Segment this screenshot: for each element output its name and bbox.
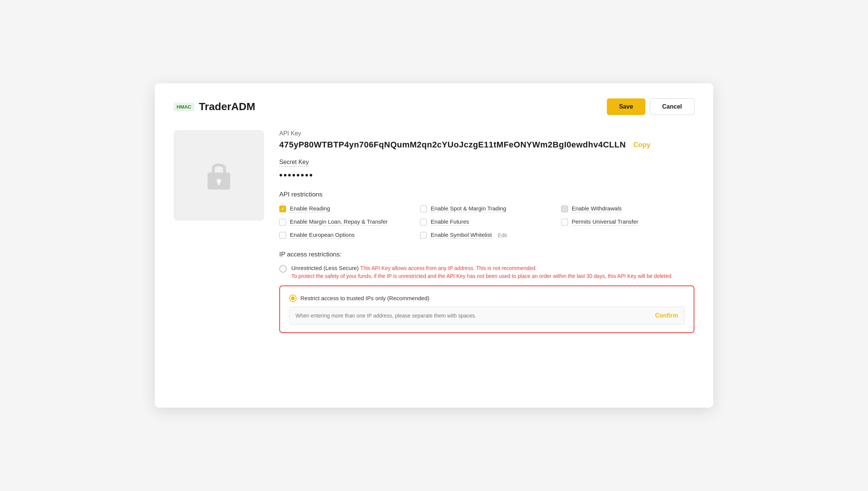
checkbox-label-enable-spot-margin[interactable]: Enable Spot & Margin Trading: [431, 205, 506, 212]
unrestricted-text: Unrestricted (Less Secure) This API Key …: [291, 264, 694, 280]
trusted-radio[interactable]: [289, 295, 297, 302]
header-actions: Save Cancel: [607, 98, 694, 115]
trusted-ip-box: Restrict access to trusted IPs only (Rec…: [279, 285, 694, 333]
cancel-button[interactable]: Cancel: [650, 98, 694, 115]
checkbox-label-enable-european[interactable]: Enable European Options: [290, 232, 355, 239]
ip-section-title: IP access restrictions:: [279, 251, 694, 258]
checkbox-item-enable-margin-loan: Enable Margin Loan, Repay & Transfer: [279, 218, 412, 226]
checkbox-enable-spot-margin[interactable]: [420, 206, 427, 212]
secret-key-label: Secret Key: [279, 159, 309, 167]
checkbox-item-enable-withdrawals: Enable Withdrawals: [561, 205, 694, 212]
unrestricted-warning: To protect the safety of your funds, if …: [291, 272, 694, 280]
modal-container: HMAC TraderADM Save Cancel API Key 475yP: [155, 83, 713, 408]
checkbox-label-enable-margin-loan[interactable]: Enable Margin Loan, Repay & Transfer: [290, 218, 388, 226]
ip-input[interactable]: [295, 313, 655, 319]
checkbox-label-enable-withdrawals[interactable]: Enable Withdrawals: [572, 205, 622, 212]
api-key-value: 475yP80WTBTP4yn706FqNQumM2qn2cYUoJczgE11…: [279, 140, 626, 150]
confirm-button[interactable]: Confirm: [655, 312, 678, 319]
header: HMAC TraderADM Save Cancel: [174, 98, 694, 115]
unrestricted-label: Unrestricted (Less Secure) This API Key …: [291, 264, 694, 272]
checkbox-item-permits-universal: Permits Universal Transfer: [561, 218, 694, 226]
ip-input-row: Confirm: [289, 307, 685, 325]
restrictions-grid: Enable ReadingEnable Spot & Margin Tradi…: [279, 205, 694, 239]
hmac-badge: HMAC: [174, 103, 194, 111]
checkbox-label-enable-symbol[interactable]: Enable Symbol Whitelist: [431, 232, 492, 239]
checkbox-enable-reading[interactable]: [279, 206, 286, 212]
checkbox-enable-margin-loan[interactable]: [279, 219, 286, 226]
ip-restrictions-section: IP access restrictions: Unrestricted (Le…: [279, 251, 694, 333]
copy-button[interactable]: Copy: [633, 141, 650, 149]
checkbox-item-enable-symbol: Enable Symbol WhitelistEdit: [420, 232, 553, 239]
restrictions-title: API restrictions: [279, 191, 694, 198]
checkbox-label-permits-universal[interactable]: Permits Universal Transfer: [572, 218, 639, 226]
content-area: API Key 475yP80WTBTP4yn706FqNQumM2qn2cYU…: [174, 130, 694, 333]
edit-whitelist-link[interactable]: Edit: [498, 232, 507, 238]
trusted-ip-text: Restrict access to trusted IPs only (Rec…: [300, 295, 429, 301]
secret-key-section: Secret Key ••••••••: [279, 159, 694, 180]
api-key-label: API Key: [279, 130, 694, 137]
lock-icon-area: [174, 130, 264, 221]
lock-icon: [202, 158, 236, 192]
checkbox-enable-withdrawals[interactable]: [561, 206, 568, 212]
checkbox-label-enable-futures[interactable]: Enable Futures: [431, 218, 469, 226]
checkbox-enable-symbol[interactable]: [420, 232, 427, 239]
api-restrictions-section: API restrictions Enable ReadingEnable Sp…: [279, 191, 694, 239]
save-button[interactable]: Save: [607, 98, 645, 115]
checkbox-item-enable-european: Enable European Options: [279, 232, 412, 239]
checkbox-item-enable-reading: Enable Reading: [279, 205, 412, 212]
form-area: API Key 475yP80WTBTP4yn706FqNQumM2qn2cYU…: [279, 130, 694, 333]
checkbox-label-enable-reading[interactable]: Enable Reading: [290, 205, 330, 212]
svg-rect-2: [218, 181, 220, 185]
checkbox-enable-futures[interactable]: [420, 219, 427, 226]
unrestricted-radio[interactable]: [279, 265, 287, 273]
api-key-value-row: 475yP80WTBTP4yn706FqNQumM2qn2cYUoJczgE11…: [279, 140, 694, 150]
api-key-section: API Key 475yP80WTBTP4yn706FqNQumM2qn2cYU…: [279, 130, 694, 150]
unrestricted-option: Unrestricted (Less Secure) This API Key …: [279, 264, 694, 280]
checkbox-item-enable-spot-margin: Enable Spot & Margin Trading: [420, 205, 553, 212]
app-title: TraderADM: [199, 101, 255, 113]
checkbox-item-enable-futures: Enable Futures: [420, 218, 553, 226]
checkbox-permits-universal[interactable]: [561, 219, 568, 226]
header-left: HMAC TraderADM: [174, 101, 255, 113]
trusted-ip-label: Restrict access to trusted IPs only (Rec…: [289, 294, 685, 302]
secret-key-value: ••••••••: [279, 170, 694, 180]
checkbox-enable-european[interactable]: [279, 232, 286, 239]
